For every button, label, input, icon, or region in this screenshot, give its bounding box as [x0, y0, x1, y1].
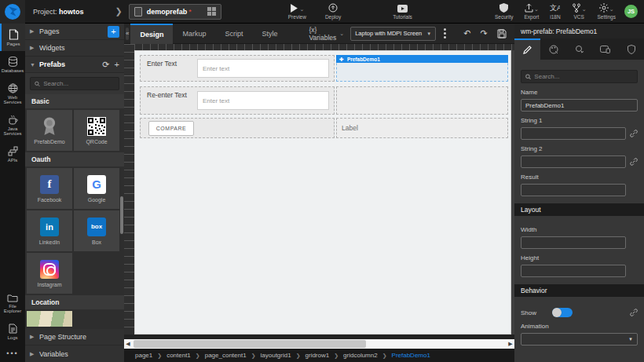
prefab-tile-prefabdemo[interactable]: PrefabDemo: [27, 110, 72, 151]
rail-item-web-services[interactable]: Web Services: [0, 78, 25, 109]
enter-text-input[interactable]: [197, 59, 329, 78]
gridcolumn-label[interactable]: Label: [336, 118, 508, 138]
gridcolumn-empty[interactable]: [336, 86, 508, 115]
width-input[interactable]: [521, 236, 626, 249]
sidebar-section-prefabs[interactable]: ▼ Prefabs ⟳ +: [25, 57, 124, 73]
tab-properties[interactable]: [514, 38, 540, 60]
prefab-tile-instagram[interactable]: Instagram: [27, 253, 72, 294]
bind-icon[interactable]: [630, 158, 638, 166]
tutorials-button[interactable]: Tutorials: [387, 3, 418, 20]
prefab-search-input[interactable]: [43, 80, 115, 87]
qrcode-icon: [87, 117, 106, 136]
sidebar-section-widgets[interactable]: ▶ Widgets: [25, 40, 124, 57]
collapse-sidebar-button[interactable]: «: [126, 27, 129, 40]
pages-grid-icon[interactable]: [207, 7, 216, 16]
properties-search[interactable]: [521, 70, 638, 83]
string2-input[interactable]: [521, 155, 626, 168]
breadcrumb-page-content1[interactable]: page_content1: [205, 352, 247, 359]
prefab-tile-facebook[interactable]: f Facebook: [27, 168, 72, 209]
rail-item-apis[interactable]: APIs: [0, 141, 25, 167]
gridcolumn-compare[interactable]: COMPARE: [140, 118, 335, 138]
tab-markup[interactable]: Markup: [173, 24, 215, 44]
sidebar-section-page-structure[interactable]: ▶ Page Structure: [25, 329, 124, 346]
label-widget[interactable]: Label: [342, 124, 358, 132]
save-button[interactable]: [497, 29, 507, 38]
breadcrumb-gridcolumn2[interactable]: gridcolumn2: [343, 352, 378, 359]
design-canvas: Enter Text Re-enter Text COMPARE ✚ Prefa…: [124, 44, 514, 335]
scroll-left-arrow[interactable]: ◀: [124, 341, 132, 347]
canvas-page[interactable]: Enter Text Re-enter Text COMPARE ✚ Prefa…: [134, 50, 511, 335]
breadcrumb-layoutgrid1[interactable]: layoutgrid1: [261, 352, 291, 359]
rail-item-file-explorer[interactable]: File Explorer: [0, 288, 25, 318]
tab-security[interactable]: [618, 38, 644, 60]
wavemaker-logo[interactable]: [0, 0, 25, 24]
prefab-tile-linkedin[interactable]: in LinkedIn: [27, 210, 72, 251]
add-page-button[interactable]: +: [108, 26, 119, 38]
rail-more-button[interactable]: •••: [0, 345, 25, 362]
string1-input[interactable]: [521, 127, 626, 140]
box-icon: box: [87, 218, 106, 236]
tab-events[interactable]: [566, 38, 592, 60]
scroll-right-arrow[interactable]: ▶: [507, 341, 514, 347]
prefab-search[interactable]: [30, 77, 119, 90]
result-input[interactable]: [521, 184, 626, 196]
rail-item-pages[interactable]: Pages: [0, 24, 25, 51]
tab-design[interactable]: Design: [130, 24, 173, 44]
breadcrumb-content1[interactable]: content1: [166, 352, 191, 359]
rail-item-java-services[interactable]: Java Services: [0, 109, 25, 141]
prefab-tile-qrcode[interactable]: QRCode: [74, 110, 119, 151]
sidebar-scrollbar[interactable]: [120, 196, 123, 234]
canvas-more-menu[interactable]: [444, 28, 446, 38]
enter-text-caption: Enter Text: [147, 60, 177, 68]
variables-dropdown[interactable]: {x} Variables⌄: [309, 26, 345, 42]
chevron-down-icon: ▼: [30, 62, 35, 68]
horizontal-scrollbar[interactable]: ◀ ▶: [124, 339, 514, 349]
user-avatar[interactable]: JS: [624, 5, 638, 18]
bind-icon[interactable]: [630, 130, 638, 137]
properties-search-input[interactable]: [534, 73, 633, 80]
height-input[interactable]: [521, 265, 626, 277]
tab-device[interactable]: [592, 38, 618, 60]
undo-button[interactable]: ↶: [463, 28, 470, 38]
prefab-selection-header[interactable]: ✚ PrefabDemo1: [336, 55, 508, 63]
import-prefab-button[interactable]: +: [115, 60, 119, 69]
breadcrumb-page1[interactable]: page1: [135, 352, 152, 359]
gridcolumn-enter-text[interactable]: Enter Text: [140, 55, 335, 82]
name-input[interactable]: [521, 99, 638, 112]
map-prefab-thumbnail[interactable]: [27, 311, 72, 327]
bind-icon[interactable]: [630, 309, 638, 316]
rail-item-databases[interactable]: Databases: [0, 51, 25, 78]
gridcolumn-reenter-text[interactable]: Re-enter Text: [140, 86, 335, 115]
settings-button[interactable]: ⌄ Settings: [592, 3, 622, 20]
chevron-right-icon: ▶: [30, 45, 35, 51]
breadcrumb-gridrow1[interactable]: gridrow1: [306, 352, 330, 359]
export-button[interactable]: ⌄ Export: [518, 3, 544, 20]
tab-style[interactable]: Style: [253, 24, 287, 44]
preview-button[interactable]: ⌄ Preview: [283, 3, 312, 20]
compare-button[interactable]: COMPARE: [148, 121, 194, 136]
animation-select[interactable]: ▼: [521, 333, 638, 346]
selected-prefab-widget[interactable]: ✚ PrefabDemo1: [336, 55, 508, 82]
prefab-tile-box[interactable]: box Box: [74, 210, 119, 251]
refresh-icon[interactable]: ⟳: [102, 60, 109, 70]
device-select[interactable]: Laptop with MDPI Screen▼: [350, 27, 436, 41]
sidebar-section-variables[interactable]: ▶ Variables: [25, 346, 124, 362]
google-icon: G: [87, 175, 106, 194]
tab-styles[interactable]: [540, 38, 566, 60]
animation-label: Animation: [521, 323, 638, 330]
vcs-button[interactable]: ⌄ VCS: [566, 3, 592, 20]
string2-label: String 2: [521, 145, 638, 152]
reenter-text-input[interactable]: [197, 91, 329, 110]
deploy-button[interactable]: Deploy: [320, 3, 346, 20]
show-toggle[interactable]: [552, 308, 573, 317]
i18n-button[interactable]: 文A i18N: [544, 3, 565, 20]
current-app-switcher[interactable]: demoprefab *: [129, 4, 221, 20]
scrollbar-thumb[interactable]: [134, 340, 366, 348]
rail-item-logs[interactable]: Logs: [0, 318, 25, 345]
security-button[interactable]: Security: [489, 3, 518, 20]
sidebar-section-pages[interactable]: ▶ Pages +: [25, 24, 124, 40]
breadcrumb-prefabdemo1[interactable]: PrefabDemo1: [392, 352, 430, 359]
redo-button[interactable]: ↷: [480, 28, 487, 38]
tab-script[interactable]: Script: [215, 24, 252, 44]
prefab-tile-google[interactable]: G Google: [74, 168, 119, 209]
